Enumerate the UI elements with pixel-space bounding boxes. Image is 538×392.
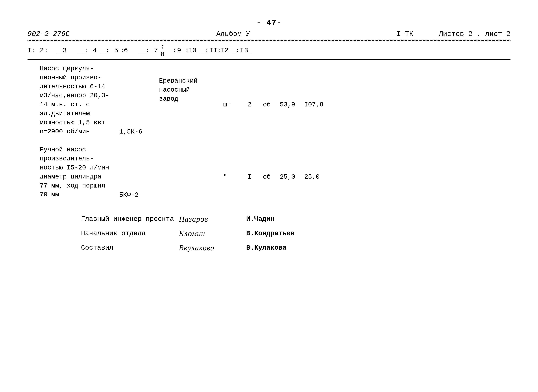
col-dash-2: __ <box>78 47 84 54</box>
sig3-script: Вкулакова <box>179 243 243 252</box>
entry2-note1: об <box>263 145 280 199</box>
entry2-total: 25,0 <box>304 145 335 199</box>
sig1-label: Главный инженер проекта <box>81 215 179 223</box>
entry2-col1 <box>28 145 40 199</box>
col-dash-3: __ <box>101 47 106 54</box>
col-num-8: : 8 <box>161 43 173 58</box>
sig3-label: Составил <box>81 244 179 252</box>
col-sep-2: : <box>185 47 188 54</box>
entry1-note1: об <box>263 64 280 136</box>
col-sep-3: : <box>217 47 220 54</box>
entry1-price: 53,9 <box>280 64 304 136</box>
entry1-description: Насос циркуля- пионный произво- дительно… <box>40 64 119 136</box>
signatures-area: Главный инженер проекта Назаров И.Чадин … <box>81 215 510 252</box>
doc-number: 902-2-276С <box>28 30 70 38</box>
sig1-name: И.Чадин <box>246 215 274 223</box>
sig-row-1: Главный инженер проекта Назаров И.Чадин <box>81 215 510 224</box>
col-sep-4: _ <box>232 47 236 54</box>
col-num-2: 2: <box>40 47 56 54</box>
col-num-13: :I3 <box>236 47 248 54</box>
col-num-3: 3 <box>63 47 78 54</box>
header-row: 902-2-276С Альбом У I-ТК Листов 2 , лист… <box>28 30 510 38</box>
dashed-separator <box>28 40 510 41</box>
col-num-12: I2 <box>220 47 232 54</box>
col-tail: _ <box>248 47 252 54</box>
entry2-description: Ручной насос производитель- ностью I5-20… <box>40 145 119 199</box>
col-num-10: I0 <box>188 47 200 54</box>
sig3-name: В.Кулакова <box>246 244 287 252</box>
sig1-script: Назаров <box>179 215 243 224</box>
entry1-unit: шт <box>223 64 248 136</box>
entry2-unit: " <box>223 145 248 199</box>
col-dash-1: __ <box>56 47 63 54</box>
entry1-qty: 2 <box>248 64 263 136</box>
sig2-name: В.Кондратьев <box>246 229 295 237</box>
entry2-qty: I <box>248 145 263 199</box>
series: I-ТК <box>397 30 413 38</box>
header-right: I-ТК Листов 2 , лист 2 <box>397 30 510 38</box>
column-numbers-row: I: 2: __ 3 __ : 4 __ : 5 : 6 __ : 7 : 8 … <box>28 43 510 60</box>
entry1-manufacturer: Ереванский насосный завод <box>159 64 223 136</box>
sheets-label: Листов 2 , лист 2 <box>439 30 510 38</box>
col-dash-5: __ <box>200 47 205 54</box>
entry-1: Насос циркуля- пионный произво- дительно… <box>28 64 510 136</box>
col-sep-1: : <box>121 47 124 54</box>
entry1-total: I07,8 <box>304 64 335 136</box>
sig2-label: Начальник отдела <box>81 229 179 237</box>
col-num-1: I: <box>28 47 40 54</box>
sig-row-3: Составил Вкулакова В.Кулакова <box>81 243 510 252</box>
entry-2: Ручной насос производитель- ностью I5-20… <box>28 145 510 199</box>
entry2-model: БКФ-2 <box>119 145 159 199</box>
page-number: - 47- <box>28 18 510 27</box>
col-num-7: : 7 <box>145 47 161 54</box>
entry2-price: 25,0 <box>280 145 304 199</box>
entry1-col1 <box>28 64 40 136</box>
col-num-5: : 5 <box>106 47 121 54</box>
col-num-6: 6 <box>124 47 139 54</box>
col-num-4: : 4 <box>84 47 101 54</box>
table-area: Насос циркуля- пионный произво- дительно… <box>28 64 510 199</box>
sig2-script: Кломин <box>179 229 243 238</box>
entry1-model: 1,5К-6 <box>119 64 159 136</box>
album: Альбом У <box>216 30 250 38</box>
col-num-11: :II <box>205 47 217 54</box>
col-dash-4: __ <box>139 47 145 54</box>
col-num-9: :9 <box>173 47 185 54</box>
sig-row-2: Начальник отдела Кломин В.Кондратьев <box>81 229 510 238</box>
page: - 47- 902-2-276С Альбом У I-ТК Листов 2 … <box>0 0 538 392</box>
entry2-manufacturer <box>159 145 223 199</box>
